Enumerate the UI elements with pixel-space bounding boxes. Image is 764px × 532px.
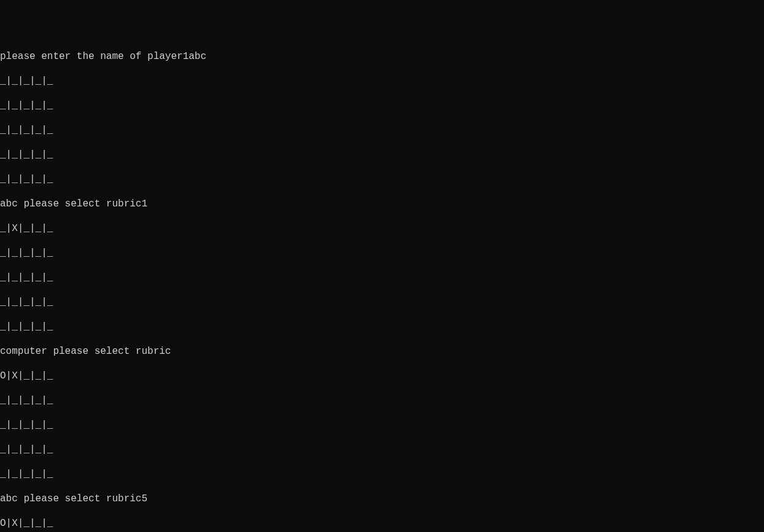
terminal-line: _|_|_|_|_ [0,173,764,186]
terminal-line: _|_|_|_|_ [0,419,764,431]
terminal-line: _|X|_|_|_ [0,222,764,235]
terminal-line: _|_|_|_|_ [0,124,764,136]
terminal-line: _|_|_|_|_ [0,468,764,480]
terminal-line: _|_|_|_|_ [0,272,764,284]
terminal-line: _|_|_|_|_ [0,321,764,333]
terminal-line: _|_|_|_|_ [0,100,764,112]
terminal-line: _|_|_|_|_ [0,247,764,259]
terminal-line: _|_|_|_|_ [0,394,764,407]
terminal-line: _|_|_|_|_ [0,149,764,161]
terminal-line: O|X|_|_|_ [0,517,764,530]
terminal-line: abc please select rubric5 [0,493,764,505]
terminal-line: _|_|_|_|_ [0,444,764,456]
terminal-line: please enter the name of player1abc [0,50,764,63]
terminal-line: computer please select rubric [0,345,764,358]
terminal-line: _|_|_|_|_ [0,75,764,87]
terminal-line: abc please select rubric1 [0,198,764,210]
terminal-line: O|X|_|_|_ [0,370,764,382]
terminal-line: _|_|_|_|_ [0,296,764,308]
